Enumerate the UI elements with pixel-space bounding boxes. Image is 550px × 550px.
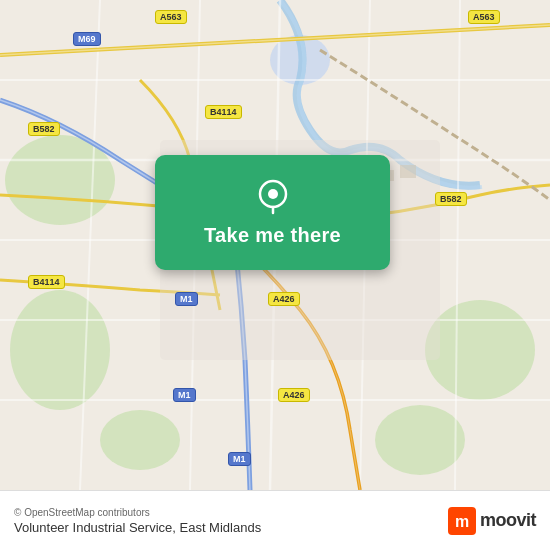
location-pin-icon — [254, 178, 292, 216]
moovit-logo: m moovit — [448, 507, 536, 535]
location-label: Volunteer Industrial Service, East Midla… — [14, 520, 261, 535]
road-badge-m1-bottom: M1 — [228, 452, 251, 466]
road-badge-a426-mid: A426 — [268, 292, 300, 306]
road-badge-a563-tr: A563 — [468, 10, 500, 24]
svg-text:m: m — [455, 513, 469, 530]
moovit-text: moovit — [480, 510, 536, 531]
svg-point-2 — [10, 290, 110, 410]
svg-point-3 — [425, 300, 535, 400]
svg-point-26 — [268, 189, 278, 199]
road-badge-b582-l: B582 — [28, 122, 60, 136]
road-badge-b582-r: B582 — [435, 192, 467, 206]
road-badge-a426-low: A426 — [278, 388, 310, 402]
take-me-there-card[interactable]: Take me there — [155, 155, 390, 270]
svg-point-4 — [375, 405, 465, 475]
road-badge-b4114-l: B4114 — [28, 275, 65, 289]
road-badge-a563-tl: A563 — [155, 10, 187, 24]
map-container: M69 A563 A563 B582 B4114 B582 B4114 M1 A… — [0, 0, 550, 490]
svg-point-5 — [100, 410, 180, 470]
road-badge-b4114-top: B4114 — [205, 105, 242, 119]
bottom-left-info: © OpenStreetMap contributors Volunteer I… — [14, 507, 261, 535]
moovit-brand-icon: m — [448, 507, 476, 535]
svg-rect-23 — [400, 165, 416, 178]
bottom-bar: © OpenStreetMap contributors Volunteer I… — [0, 490, 550, 550]
osm-credit: © OpenStreetMap contributors — [14, 507, 261, 518]
road-badge-m69: M69 — [73, 32, 101, 46]
take-me-there-label: Take me there — [204, 224, 341, 247]
road-badge-m1-mid: M1 — [175, 292, 198, 306]
road-badge-m1-low: M1 — [173, 388, 196, 402]
